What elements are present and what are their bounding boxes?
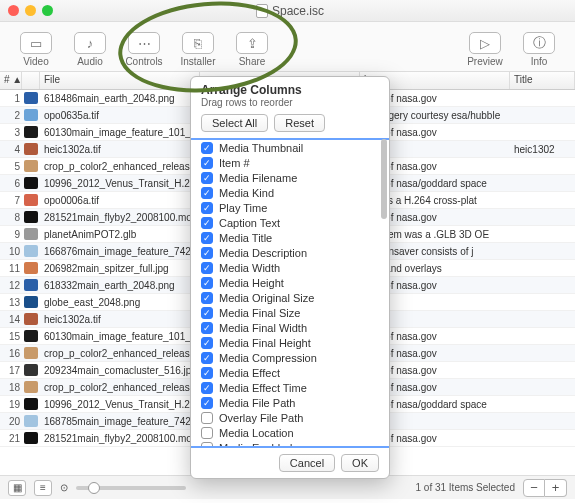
column-toggle-label: Media Compression bbox=[219, 352, 317, 364]
checkbox-icon[interactable]: ✓ bbox=[201, 217, 213, 229]
row-thumb bbox=[22, 228, 40, 240]
list-view-button[interactable]: ≡ bbox=[34, 480, 52, 496]
controls-label: Controls bbox=[125, 56, 162, 67]
zoom-out-icon[interactable]: ⊙ bbox=[60, 482, 68, 493]
select-all-button[interactable]: Select All bbox=[201, 114, 268, 132]
column-toggle-label: Media Final Size bbox=[219, 307, 300, 319]
column-toggle-item[interactable]: ✓Media Effect Time bbox=[191, 380, 389, 395]
row-filename: 10996_2012_Venus_Transit_H.264.mov bbox=[40, 178, 200, 189]
column-toggle-item[interactable]: ✓Media Final Size bbox=[191, 305, 389, 320]
column-toggle-item[interactable]: ✓Media Effect bbox=[191, 365, 389, 380]
checkbox-icon[interactable]: ✓ bbox=[201, 157, 213, 169]
controls-tab[interactable]: ⋯Controls bbox=[120, 32, 168, 67]
row-number: 15 bbox=[0, 331, 22, 342]
row-number: 10 bbox=[0, 246, 22, 257]
share-icon: ⇪ bbox=[236, 32, 268, 54]
row-number: 17 bbox=[0, 365, 22, 376]
checkbox-icon[interactable] bbox=[201, 412, 213, 424]
checkbox-icon[interactable]: ✓ bbox=[201, 202, 213, 214]
checkbox-icon[interactable]: ✓ bbox=[201, 262, 213, 274]
checkbox-icon[interactable]: ✓ bbox=[201, 172, 213, 184]
column-toggle-item[interactable]: Media Location bbox=[191, 425, 389, 440]
column-toggle-item[interactable]: Media Enabled bbox=[191, 440, 389, 448]
popover-scrollbar[interactable] bbox=[381, 139, 387, 219]
audio-tab[interactable]: ♪Audio bbox=[66, 32, 114, 67]
row-filename: opo0006a.tif bbox=[40, 195, 200, 206]
column-toggle-label: Media Thumbnail bbox=[219, 142, 303, 154]
column-toggle-label: Media Width bbox=[219, 262, 280, 274]
traffic-lights bbox=[8, 5, 53, 16]
checkbox-icon[interactable]: ✓ bbox=[201, 142, 213, 154]
checkbox-icon[interactable]: ✓ bbox=[201, 397, 213, 409]
col-title[interactable]: Title bbox=[510, 72, 575, 89]
column-toggle-item[interactable]: ✓Media Width bbox=[191, 260, 389, 275]
row-filename: 618332main_earth_2048.png bbox=[40, 280, 200, 291]
column-toggle-item[interactable]: ✓Media Compression bbox=[191, 350, 389, 365]
column-toggle-item[interactable]: Overlay File Path bbox=[191, 410, 389, 425]
row-thumb bbox=[22, 313, 40, 325]
installer-tab[interactable]: ⎘Installer bbox=[174, 32, 222, 67]
column-toggle-label: Item # bbox=[219, 157, 250, 169]
zoom-slider[interactable] bbox=[76, 486, 186, 490]
share-tab[interactable]: ⇪Share bbox=[228, 32, 276, 67]
column-toggle-label: Media Kind bbox=[219, 187, 274, 199]
checkbox-icon[interactable]: ✓ bbox=[201, 292, 213, 304]
remove-item-button[interactable]: − bbox=[523, 479, 545, 497]
close-window-button[interactable] bbox=[8, 5, 19, 16]
column-toggle-item[interactable]: ✓Item # bbox=[191, 155, 389, 170]
minimize-window-button[interactable] bbox=[25, 5, 36, 16]
share-label: Share bbox=[239, 56, 266, 67]
checkbox-icon[interactable]: ✓ bbox=[201, 187, 213, 199]
col-number[interactable]: # ▲ bbox=[0, 72, 22, 89]
column-toggle-label: Media Effect Time bbox=[219, 382, 307, 394]
column-toggle-item[interactable]: ✓Media Final Height bbox=[191, 335, 389, 350]
column-toggle-item[interactable]: ✓Media Title bbox=[191, 230, 389, 245]
column-toggle-item[interactable]: ✓Media Description bbox=[191, 245, 389, 260]
column-toggle-item[interactable]: ✓Play Time bbox=[191, 200, 389, 215]
column-toggle-item[interactable]: ✓Media Original Size bbox=[191, 290, 389, 305]
column-toggle-item[interactable]: ✓Media Height bbox=[191, 275, 389, 290]
column-toggle-item[interactable]: ✓Media Final Width bbox=[191, 320, 389, 335]
column-toggle-label: Media Height bbox=[219, 277, 284, 289]
preview-tab[interactable]: ▷Preview bbox=[461, 32, 509, 67]
col-thumb[interactable] bbox=[22, 72, 40, 89]
checkbox-icon[interactable]: ✓ bbox=[201, 307, 213, 319]
installer-icon: ⎘ bbox=[182, 32, 214, 54]
columns-checklist[interactable]: ✓Media Thumbnail✓Item #✓Media Filename✓M… bbox=[191, 138, 389, 448]
column-toggle-item[interactable]: ✓Caption Text bbox=[191, 215, 389, 230]
row-number: 7 bbox=[0, 195, 22, 206]
row-filename: opo0635a.tif bbox=[40, 110, 200, 121]
checkbox-icon[interactable]: ✓ bbox=[201, 232, 213, 244]
video-tab[interactable]: ▭Video bbox=[12, 32, 60, 67]
row-thumb bbox=[22, 364, 40, 376]
column-toggle-label: Overlay File Path bbox=[219, 412, 303, 424]
row-number: 11 bbox=[0, 263, 22, 274]
checkbox-icon[interactable]: ✓ bbox=[201, 277, 213, 289]
column-toggle-item[interactable]: ✓Media Filename bbox=[191, 170, 389, 185]
checkbox-icon[interactable]: ✓ bbox=[201, 247, 213, 259]
cancel-button[interactable]: Cancel bbox=[279, 454, 335, 472]
add-item-button[interactable]: + bbox=[545, 479, 567, 497]
row-number: 13 bbox=[0, 297, 22, 308]
column-toggle-item[interactable]: ✓Media File Path bbox=[191, 395, 389, 410]
checkbox-icon[interactable]: ✓ bbox=[201, 352, 213, 364]
row-thumb bbox=[22, 92, 40, 104]
row-thumb bbox=[22, 245, 40, 257]
checkbox-icon[interactable]: ✓ bbox=[201, 322, 213, 334]
info-label: Info bbox=[531, 56, 548, 67]
video-icon: ▭ bbox=[20, 32, 52, 54]
ok-button[interactable]: OK bbox=[341, 454, 379, 472]
checkbox-icon[interactable]: ✓ bbox=[201, 337, 213, 349]
column-toggle-item[interactable]: ✓Media Kind bbox=[191, 185, 389, 200]
checkbox-icon[interactable] bbox=[201, 427, 213, 439]
checkbox-icon[interactable]: ✓ bbox=[201, 367, 213, 379]
checkbox-icon[interactable]: ✓ bbox=[201, 382, 213, 394]
col-file[interactable]: File bbox=[40, 72, 200, 89]
reset-button[interactable]: Reset bbox=[274, 114, 325, 132]
grid-view-button[interactable]: ▦ bbox=[8, 480, 26, 496]
info-tab[interactable]: ⓘInfo bbox=[515, 32, 563, 67]
row-thumb bbox=[22, 143, 40, 155]
zoom-window-button[interactable] bbox=[42, 5, 53, 16]
column-toggle-item[interactable]: ✓Media Thumbnail bbox=[191, 140, 389, 155]
row-number: 8 bbox=[0, 212, 22, 223]
